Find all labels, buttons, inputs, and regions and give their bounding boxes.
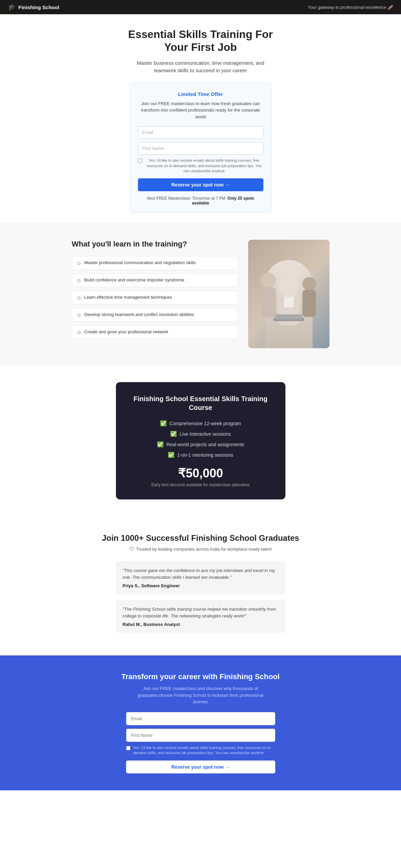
training-image bbox=[248, 240, 329, 348]
feature-item: ✅ Live interactive sessions bbox=[126, 431, 275, 437]
hero-subtitle: Master business communication, time mana… bbox=[129, 59, 272, 75]
navbar: 🎓 Finishing School Your gateway to profe… bbox=[0, 0, 401, 14]
feature-label: 1-on-1 mentoring sessions bbox=[177, 452, 233, 458]
shield-icon: 🛡 bbox=[129, 546, 134, 552]
image-placeholder bbox=[248, 240, 329, 348]
cta-reserve-button[interactable]: Reserve your spot now → bbox=[126, 761, 275, 773]
svg-point-0 bbox=[261, 273, 276, 288]
limited-offer-label: Limited Time Offer bbox=[138, 91, 263, 97]
testimonial: "This course gave me the confidence to a… bbox=[116, 561, 285, 594]
course-price: ₹50,000 bbox=[126, 466, 275, 480]
cta-heading: Transform your career with Finishing Sch… bbox=[7, 672, 394, 681]
offer-description: Join our FREE masterclass to learn how f… bbox=[138, 100, 263, 120]
check-icon: ⊙ bbox=[77, 278, 81, 283]
feature-label: Live interactive sessions bbox=[180, 431, 231, 437]
checkmark-icon: ✅ bbox=[160, 420, 167, 427]
svg-rect-8 bbox=[284, 287, 294, 308]
brand: 🎓 Finishing School bbox=[8, 3, 59, 11]
course-section: Finishing School Essential Skills Traini… bbox=[0, 365, 401, 516]
learn-content: What you'll learn in the training? ⊙ Mas… bbox=[72, 240, 238, 342]
trusted-badge: 🛡 Trusted by leading companies across In… bbox=[7, 546, 394, 552]
cta-checkbox-row: Yes, I'd like to also receive emails abo… bbox=[126, 745, 275, 756]
checkmark-icon: ✅ bbox=[168, 452, 175, 458]
learn-heading: What you'll learn in the training? bbox=[72, 240, 238, 249]
svg-rect-7 bbox=[275, 314, 302, 319]
school-icon: 🎓 bbox=[8, 3, 16, 11]
check-icon: ⊙ bbox=[77, 312, 81, 318]
hero-email-input[interactable] bbox=[138, 126, 263, 139]
learn-item-label: Create and grow your professional networ… bbox=[84, 329, 168, 334]
testimonial: "The Finishing School skills training co… bbox=[116, 600, 285, 633]
testimonial-author: Priya S., Software Engineer bbox=[123, 583, 279, 588]
early-bird-text: Early bird discount available for master… bbox=[126, 482, 275, 487]
course-card: Finishing School Essential Skills Traini… bbox=[116, 382, 285, 499]
check-icon: ⊙ bbox=[77, 260, 81, 266]
svg-point-4 bbox=[279, 262, 299, 282]
testimonial-author: Rahul M., Business Analyst bbox=[123, 622, 279, 627]
hero-consent-label: Yes, I'd like to also receive emails abo… bbox=[145, 158, 263, 174]
next-info: Next FREE Masterclass: Tomorrow at 7 PM.… bbox=[138, 196, 263, 205]
learn-item-label: Master professional communication and ne… bbox=[84, 260, 196, 265]
hero-section: Essential Skills Training For Your First… bbox=[0, 14, 401, 223]
check-icon: ⊙ bbox=[77, 295, 81, 300]
cta-consent-checkbox[interactable] bbox=[126, 746, 131, 750]
learn-section: What you'll learn in the training? ⊙ Mas… bbox=[0, 223, 401, 365]
hero-consent-checkbox[interactable] bbox=[138, 159, 142, 163]
offer-box: Limited Time Offer Join our FREE masterc… bbox=[129, 83, 272, 213]
feature-item: ✅ Comprehensive 12-week program bbox=[126, 420, 275, 427]
list-item: ⊙ Build confidence and overcome imposter… bbox=[72, 273, 238, 287]
list-item: ⊙ Master professional communication and … bbox=[72, 256, 238, 270]
check-icon: ⊙ bbox=[77, 330, 81, 335]
learn-item-label: Learn effective time management techniqu… bbox=[84, 295, 172, 300]
cta-section: Transform your career with Finishing Sch… bbox=[0, 655, 401, 790]
list-item: ⊙ Create and grow your professional netw… bbox=[72, 325, 238, 339]
graduates-heading: Join 1000+ Successful Finishing School G… bbox=[7, 533, 394, 543]
hero-reserve-button[interactable]: Reserve your spot now → bbox=[138, 178, 263, 191]
cta-name-input[interactable] bbox=[126, 729, 275, 742]
hero-checkbox-row: Yes, I'd like to also receive emails abo… bbox=[138, 158, 263, 174]
learn-item-label: Develop strong teamwork and conflict res… bbox=[84, 312, 194, 317]
learn-item-label: Build confidence and overcome imposter s… bbox=[84, 277, 185, 282]
brand-name: Finishing School bbox=[18, 4, 59, 10]
svg-point-2 bbox=[302, 277, 316, 291]
checkmark-icon: ✅ bbox=[157, 441, 164, 448]
cta-description: Join our FREE masterclass and discover w… bbox=[136, 685, 265, 705]
svg-rect-3 bbox=[302, 290, 316, 317]
testimonial-quote: "This course gave me the confidence to a… bbox=[123, 567, 279, 580]
course-title: Finishing School Essential Skills Traini… bbox=[126, 394, 275, 412]
hero-title: Essential Skills Training For Your First… bbox=[7, 28, 394, 54]
trusted-text: Trusted by leading companies across Indi… bbox=[136, 547, 272, 552]
hero-name-input[interactable] bbox=[138, 142, 263, 155]
list-item: ⊙ Develop strong teamwork and conflict r… bbox=[72, 308, 238, 322]
feature-item: ✅ 1-on-1 mentoring sessions bbox=[126, 452, 275, 458]
testimonial-quote: "The Finishing School skills training co… bbox=[123, 606, 279, 619]
graduates-section: Join 1000+ Successful Finishing School G… bbox=[0, 516, 401, 655]
feature-item: ✅ Real-world projects and assignments bbox=[126, 441, 275, 448]
svg-rect-1 bbox=[261, 287, 276, 318]
checkmark-icon: ✅ bbox=[170, 431, 177, 437]
cta-consent-label: Yes, I'd like to also receive emails abo… bbox=[133, 745, 275, 756]
feature-label: Real-world projects and assignments bbox=[166, 442, 244, 447]
list-item: ⊙ Learn effective time management techni… bbox=[72, 291, 238, 304]
feature-label: Comprehensive 12-week program bbox=[169, 421, 241, 426]
cta-email-input[interactable] bbox=[126, 712, 275, 725]
navbar-tagline: Your gateway to professional excellence … bbox=[307, 5, 393, 10]
